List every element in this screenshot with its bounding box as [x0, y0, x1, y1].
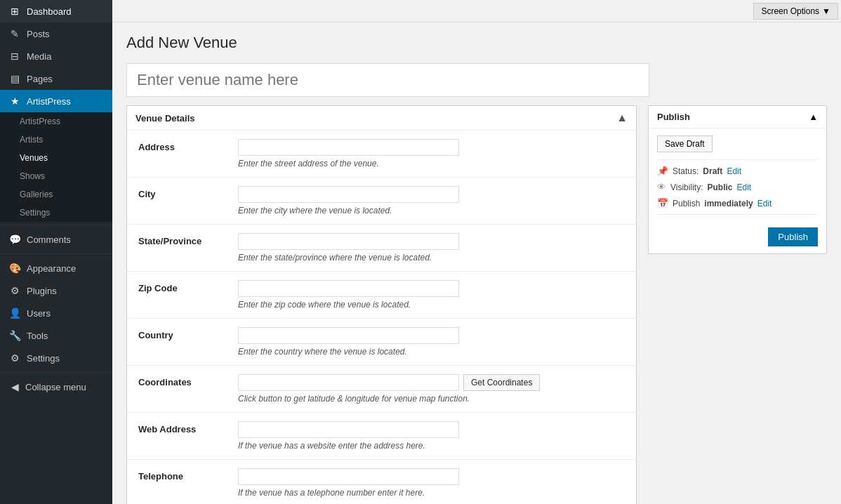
- sidebar-item-artistpress[interactable]: ★ ArtistPress: [0, 90, 112, 112]
- field-address-content: Enter the street address of the venue.: [238, 139, 625, 168]
- publish-when-row: 📅 Publish immediately Edit: [657, 198, 818, 208]
- field-zip: Zip Code Enter the zip code where the ve…: [127, 272, 636, 319]
- telephone-input[interactable]: [238, 468, 459, 485]
- web-address-hint: If the venue has a website enter the add…: [238, 441, 625, 451]
- status-icon: 📌: [657, 166, 668, 176]
- sidebar-item-settings[interactable]: ⚙ Settings: [0, 347, 112, 369]
- coordinates-hint: Click button to get latitude & longitude…: [238, 394, 625, 404]
- field-coordinates-content: Get Coordinates Click button to get lati…: [238, 374, 625, 404]
- submenu-galleries[interactable]: Galleries: [0, 185, 112, 204]
- status-edit-link[interactable]: Edit: [727, 166, 741, 176]
- save-draft-button[interactable]: Save Draft: [657, 135, 713, 152]
- metabox-title: Venue Details: [135, 113, 195, 124]
- sidebar-divider-1: [0, 225, 112, 225]
- publish-when-label: Publish: [673, 199, 700, 208]
- calendar-icon: 📅: [657, 198, 668, 208]
- city-input[interactable]: [238, 186, 459, 203]
- sidebar-item-dashboard[interactable]: ⊞ Dashboard: [0, 0, 112, 22]
- active-indicator: [110, 90, 112, 112]
- country-hint: Enter the country where the venue is loc…: [238, 347, 625, 357]
- sidebar-item-plugins[interactable]: ⚙ Plugins: [0, 279, 112, 302]
- metabox-header[interactable]: Venue Details ▲: [127, 106, 636, 131]
- field-country-label: Country: [138, 327, 230, 340]
- collapse-icon: ◀: [8, 381, 21, 392]
- metabox-toggle-icon[interactable]: ▲: [616, 112, 628, 124]
- sidebar-item-pages[interactable]: ▤ Pages: [0, 67, 112, 90]
- publish-when-edit-link[interactable]: Edit: [757, 199, 772, 208]
- topbar: Screen Options ▼: [112, 0, 841, 22]
- state-hint: Enter the state/province where the venue…: [238, 253, 625, 263]
- state-input[interactable]: [238, 233, 459, 250]
- media-icon: ⊟: [8, 51, 21, 62]
- main-column: Venue Details ▲ Address Enter the street…: [126, 105, 637, 504]
- publish-when-value: immediately: [704, 199, 753, 208]
- settings-icon: ⚙: [8, 352, 21, 364]
- field-state: State/Province Enter the state/province …: [127, 225, 636, 272]
- collapse-menu-button[interactable]: ◀ Collapse menu: [0, 376, 112, 398]
- pages-icon: ▤: [8, 73, 21, 84]
- get-coordinates-button[interactable]: Get Coordinates: [463, 374, 540, 391]
- sidebar-item-tools[interactable]: 🔧 Tools: [0, 324, 112, 347]
- field-country: Country Enter the country where the venu…: [127, 319, 636, 366]
- artistpress-submenu: ArtistPress Artists Venues Shows Galleri…: [0, 112, 112, 222]
- publish-meta: 📌 Status: Draft Edit 👁 Visibility: Publi…: [657, 159, 818, 215]
- main-content: Screen Options ▼ Add New Venue Venue Det…: [112, 0, 841, 504]
- visibility-edit-link[interactable]: Edit: [736, 183, 751, 192]
- city-hint: Enter the city where the venue is locate…: [238, 206, 625, 215]
- field-telephone-label: Telephone: [138, 468, 230, 482]
- status-label: Status:: [673, 166, 698, 176]
- publish-collapse-icon[interactable]: ▲: [809, 112, 818, 122]
- sidebar-item-comments[interactable]: 💬 Comments: [0, 228, 112, 251]
- address-hint: Enter the street address of the venue.: [238, 159, 625, 168]
- field-telephone-content: If the venue has a telephone number ente…: [238, 468, 625, 498]
- page-title: Add New Venue: [126, 34, 827, 52]
- zip-hint: Enter the zip code where the venue is lo…: [238, 300, 625, 310]
- sidebar-divider-2: [0, 253, 112, 254]
- field-address-label: Address: [138, 139, 230, 152]
- publish-status-row: 📌 Status: Draft Edit: [657, 166, 818, 176]
- coords-row: Get Coordinates: [238, 374, 625, 391]
- field-web-address: Web Address If the venue has a website e…: [127, 413, 636, 460]
- sidebar-item-appearance[interactable]: 🎨 Appearance: [0, 257, 112, 279]
- chevron-down-icon: ▼: [822, 6, 830, 16]
- field-coordinates-label: Coordinates: [138, 374, 230, 387]
- visibility-label: Visibility:: [670, 183, 703, 192]
- submenu-artistpress[interactable]: ArtistPress: [0, 112, 112, 131]
- tools-icon: 🔧: [8, 330, 21, 341]
- publish-actions: Publish: [657, 222, 818, 246]
- sidebar-item-media[interactable]: ⊟ Media: [0, 45, 112, 67]
- field-city: City Enter the city where the venue is l…: [127, 178, 636, 225]
- field-state-content: Enter the state/province where the venue…: [238, 233, 625, 263]
- submenu-venues[interactable]: Venues: [0, 149, 112, 167]
- field-city-label: City: [138, 186, 230, 199]
- publish-header: Publish ▲: [649, 106, 826, 128]
- status-value: Draft: [703, 166, 722, 176]
- venue-details-metabox: Venue Details ▲ Address Enter the street…: [126, 105, 637, 504]
- telephone-hint: If the venue has a telephone number ente…: [238, 488, 625, 498]
- submenu-artists[interactable]: Artists: [0, 131, 112, 149]
- address-input[interactable]: [238, 139, 459, 156]
- artistpress-icon: ★: [8, 95, 21, 107]
- submenu-shows[interactable]: Shows: [0, 167, 112, 185]
- sidebar: ⊞ Dashboard ✎ Posts ⊟ Media ▤ Pages ★ Ar…: [0, 0, 112, 504]
- field-country-content: Enter the country where the venue is loc…: [238, 327, 625, 357]
- screen-options-button[interactable]: Screen Options ▼: [753, 3, 838, 20]
- field-web-address-content: If the venue has a website enter the add…: [238, 421, 625, 451]
- publish-button[interactable]: Publish: [768, 227, 818, 246]
- venue-name-input[interactable]: [126, 63, 649, 97]
- zip-input[interactable]: [238, 280, 459, 297]
- country-input[interactable]: [238, 327, 459, 344]
- sidebar-divider-3: [0, 372, 112, 373]
- field-zip-label: Zip Code: [138, 280, 230, 293]
- sidebar-item-users[interactable]: 👤 Users: [0, 302, 112, 324]
- field-web-address-label: Web Address: [138, 421, 230, 435]
- field-city-content: Enter the city where the venue is locate…: [238, 186, 625, 215]
- web-address-input[interactable]: [238, 421, 459, 438]
- visibility-value: Public: [707, 183, 732, 192]
- side-column: Publish ▲ Save Draft 📌 Status: Draft Edi…: [648, 105, 827, 254]
- coordinates-input[interactable]: [238, 374, 459, 391]
- sidebar-item-posts[interactable]: ✎ Posts: [0, 22, 112, 45]
- submenu-settings[interactable]: Settings: [0, 204, 112, 222]
- visibility-icon: 👁: [657, 182, 666, 192]
- field-address: Address Enter the street address of the …: [127, 131, 636, 178]
